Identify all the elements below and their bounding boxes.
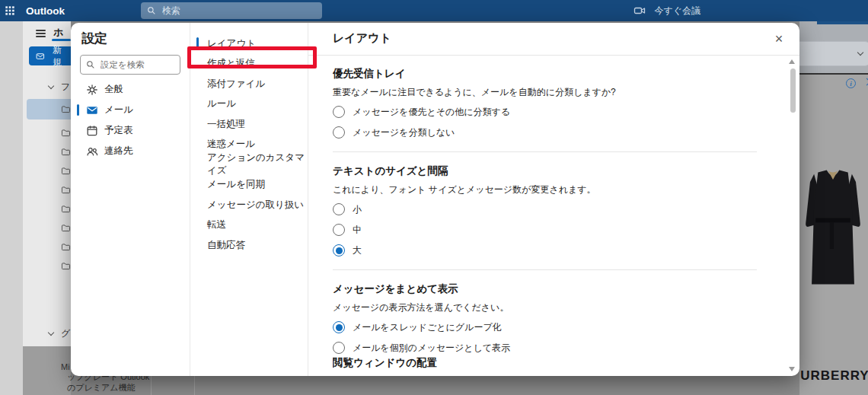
- info-icon[interactable]: i: [846, 78, 856, 88]
- search-icon: [86, 60, 95, 69]
- settings-nav-item[interactable]: 連絡先: [80, 141, 180, 161]
- topbar-icon-list: [710, 0, 865, 21]
- settings-search-input[interactable]: [99, 59, 174, 70]
- settings-group: テキストのサイズと間隔 これにより、フォント サイズとメッセージ数が変更されます…: [333, 151, 757, 269]
- settings-section-item[interactable]: 一括処理: [190, 114, 308, 135]
- reading-pane-strip: i BURBERRY: [799, 21, 868, 395]
- settings-search[interactable]: [80, 55, 180, 75]
- radio-option[interactable]: メッセージを分類しない: [333, 126, 757, 139]
- group-footer-heading: 閲覧ウィンドウの配置: [333, 356, 757, 370]
- nav-icon: [86, 145, 98, 158]
- folder-pane-strip: ホ 新規 フ グ Mi: [23, 21, 71, 395]
- section-label: メールを同期: [207, 178, 265, 191]
- settings-nav-column: 設定 全般 メール: [71, 23, 190, 376]
- section-label: 迷惑メール: [207, 138, 255, 151]
- radio-option[interactable]: 大: [333, 244, 757, 257]
- radio-circle[interactable]: [333, 342, 345, 354]
- settings-nav-list: 全般 メール 予定表 連絡先: [80, 79, 180, 161]
- group-heading: メッセージをまとめて表示: [333, 282, 757, 296]
- folder-icon[interactable]: [61, 204, 71, 214]
- nav-label: 予定表: [104, 124, 133, 137]
- settings-section-item[interactable]: 転送: [190, 215, 308, 236]
- folder-icon[interactable]: [61, 166, 71, 176]
- radio-option[interactable]: メールを個別のメッセージとして表示: [333, 341, 757, 355]
- radio-option[interactable]: メッセージを優先とその他に分類する: [333, 105, 757, 119]
- folder-icon: [61, 104, 71, 114]
- radio-circle[interactable]: [333, 203, 345, 215]
- radio-label: 中: [353, 224, 362, 237]
- radio-label: 大: [353, 244, 362, 257]
- topbar: Outlook 今すぐ会議: [0, 0, 868, 21]
- chevron-down-icon[interactable]: [48, 83, 54, 89]
- folder-icon[interactable]: [61, 261, 71, 271]
- group-heading: テキストのサイズと間隔: [333, 164, 757, 178]
- hamburger-menu-icon[interactable]: [36, 30, 46, 37]
- chevron-right-icon[interactable]: [863, 78, 868, 86]
- video-camera-icon[interactable]: [627, 0, 653, 21]
- groups-section-label[interactable]: グ: [61, 327, 70, 340]
- radio-circle[interactable]: [333, 244, 345, 256]
- folders-section-label[interactable]: フ: [61, 81, 70, 94]
- radio-circle[interactable]: [333, 126, 345, 139]
- nav-label: メール: [104, 104, 133, 116]
- chevron-down-icon[interactable]: [857, 49, 863, 56]
- settings-section-item[interactable]: 添付ファイル: [190, 74, 308, 94]
- radio-option[interactable]: メールをスレッドごとにグループ化: [333, 320, 757, 334]
- settings-title: 設定: [81, 30, 180, 47]
- close-icon[interactable]: [769, 29, 789, 49]
- settings-group: メッセージをまとめて表示 メッセージの表示方法を選んでください。 メールをスレッ…: [333, 269, 757, 376]
- app-launcher-icon[interactable]: [0, 0, 20, 21]
- radio-circle[interactable]: [333, 224, 345, 236]
- radio-circle[interactable]: [333, 106, 345, 118]
- settings-section-item[interactable]: ルール: [190, 94, 308, 115]
- group-heading: 優先受信トレイ: [333, 67, 757, 81]
- selected-indicator: [77, 104, 79, 116]
- premium-ad-text: のプレミアム機能: [67, 382, 136, 393]
- radio-option[interactable]: 中: [333, 223, 757, 237]
- trench-coat-image: [799, 160, 868, 294]
- section-label: アクションのカスタマイズ: [207, 151, 308, 177]
- section-label: 転送: [207, 218, 226, 231]
- app-name[interactable]: Outlook: [26, 5, 65, 17]
- radio-label: メールをスレッドごとにグループ化: [353, 321, 502, 334]
- settings-section-item[interactable]: メッセージの取り扱い: [190, 195, 308, 215]
- settings-section-item[interactable]: アクションのカスタマイズ: [190, 154, 308, 175]
- section-label: 一括処理: [207, 118, 245, 131]
- panel-title: レイアウト: [333, 31, 391, 46]
- settings-section-item[interactable]: メールを同期: [190, 175, 308, 196]
- settings-section-item[interactable]: 自動応答: [190, 235, 308, 256]
- folder-icon[interactable]: [61, 242, 71, 252]
- settings-nav-item[interactable]: メール: [80, 100, 180, 120]
- new-mail-button[interactable]: 新規: [29, 46, 71, 65]
- meet-now-button[interactable]: 今すぐ会議: [653, 5, 710, 18]
- radio-circle[interactable]: [333, 321, 345, 333]
- collapsed-message-card[interactable]: [799, 41, 868, 66]
- radio-label: メールを個別のメッセージとして表示: [353, 342, 510, 355]
- ribbon-tab-home[interactable]: ホ: [53, 26, 63, 40]
- topbar-actions: 今すぐ会議: [627, 0, 865, 21]
- settings-nav-item[interactable]: 予定表: [80, 120, 180, 141]
- folder-icon[interactable]: [61, 128, 71, 138]
- scrollbar-up-arrow[interactable]: [789, 59, 795, 64]
- scrollbar-down-arrow[interactable]: [789, 367, 795, 371]
- folder-icon[interactable]: [61, 185, 71, 195]
- brand-logo-text: BURBERRY: [799, 368, 868, 384]
- selected-folder-row[interactable]: [27, 99, 71, 119]
- settings-nav-item[interactable]: 全般: [80, 79, 180, 100]
- nav-label: 全般: [104, 83, 123, 96]
- section-label: メッセージの取り扱い: [207, 199, 304, 212]
- folder-icon[interactable]: [61, 147, 71, 157]
- radio-label: 小: [353, 203, 362, 216]
- radio-group: 小 中 大: [333, 202, 757, 257]
- selection-accent-bar: [817, 21, 868, 24]
- settings-group: 優先受信トレイ 重要なメールに注目できるように、メールを自動的に分類しますか? …: [333, 67, 757, 151]
- topbar-search-input[interactable]: [161, 5, 316, 17]
- settings-section-list: レイアウト 作成と返信 添付ファイル ルール 一括処理 迷惑メール: [190, 23, 308, 376]
- radio-option[interactable]: 小: [333, 202, 757, 216]
- folder-icon[interactable]: [61, 223, 71, 233]
- chevron-down-icon[interactable]: [48, 330, 54, 336]
- radio-dot: [336, 324, 343, 331]
- radio-group: メールをスレッドごとにグループ化 メールを個別のメッセージとして表示: [333, 320, 757, 355]
- scrollbar-thumb[interactable]: [790, 68, 796, 113]
- topbar-search[interactable]: [141, 2, 322, 19]
